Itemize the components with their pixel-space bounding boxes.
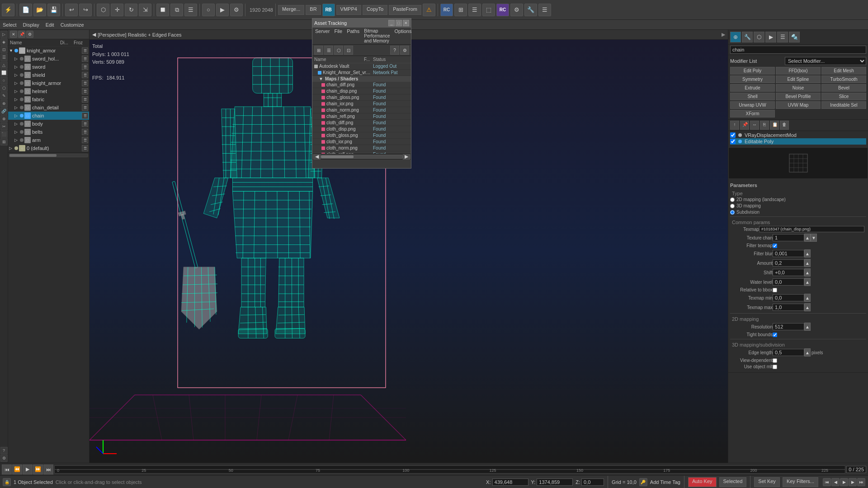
lt-tool14[interactable]: ⬛ bbox=[0, 131, 8, 138]
menu-bitmap[interactable]: Bitmap Performance and Memory bbox=[364, 28, 390, 43]
item-action[interactable]: ☰ bbox=[82, 80, 88, 86]
scene-pin-btn[interactable]: 📌 bbox=[18, 31, 25, 38]
use-object-check[interactable] bbox=[773, 365, 777, 369]
asset-settings-btn[interactable]: ⚙ bbox=[400, 46, 409, 55]
tool2-btn[interactable]: ☰ bbox=[468, 4, 481, 16]
scroll-left-btn[interactable]: ◀ bbox=[313, 154, 321, 160]
tight-bounds-check[interactable] bbox=[773, 333, 777, 337]
ineditable-sel-btn[interactable]: Ineditable Sel bbox=[821, 101, 866, 109]
asset-group-maps[interactable]: ▼ Maps / Shaders bbox=[312, 76, 411, 82]
extrude-btn[interactable]: Extrude bbox=[730, 84, 775, 92]
texmap-min-input[interactable] bbox=[773, 294, 804, 301]
item-action[interactable]: ☰ bbox=[82, 47, 88, 54]
move-btn[interactable]: ✛ bbox=[111, 4, 123, 16]
win-restore-btn[interactable]: □ bbox=[396, 20, 402, 26]
menu-paths[interactable]: Paths bbox=[347, 28, 359, 43]
win-minimize-btn[interactable]: _ bbox=[388, 20, 395, 26]
lt-tool2[interactable]: ◈ bbox=[0, 38, 8, 46]
tree-item-belts[interactable]: ▷ □ belts ☰ bbox=[8, 128, 89, 136]
tab-create[interactable]: ⊕ bbox=[730, 32, 741, 42]
undo-btn[interactable]: ↩ bbox=[65, 4, 78, 16]
item-action[interactable]: ☰ bbox=[82, 96, 88, 103]
lt-tool3[interactable]: ⊡ bbox=[0, 46, 8, 53]
item-action[interactable]: ☰ bbox=[82, 129, 88, 135]
tree-item-knight-armor[interactable]: ▼ □ knight_armor ☰ bbox=[8, 47, 89, 55]
uvw-map-btn[interactable]: UVW Map bbox=[776, 101, 821, 109]
edge-length-spinner[interactable]: ▲ bbox=[804, 348, 811, 357]
status-lock-icon[interactable]: 🔒 bbox=[3, 478, 11, 486]
asset-row-cloth-disp[interactable]: cloth_disp.png Found bbox=[312, 126, 411, 132]
pb-next-btn[interactable]: ▶ bbox=[849, 478, 857, 486]
tree-item-fabric[interactable]: ▷ □ fabric ☰ bbox=[8, 95, 89, 103]
scroll-right-btn[interactable]: ▶ bbox=[403, 154, 410, 160]
tool4-btn[interactable]: RC bbox=[496, 4, 509, 16]
asset-row-chain-refl[interactable]: chain_refl.png Found bbox=[312, 113, 411, 120]
merge-btn[interactable]: Merge... bbox=[278, 5, 304, 15]
modifier-dropdown[interactable]: Select Modifier... bbox=[785, 57, 866, 65]
asset-row-chain-ior[interactable]: chain_ior.png Found bbox=[312, 101, 411, 107]
pb-play-btn[interactable]: ▶ bbox=[840, 478, 848, 486]
tree-item-chain-detail[interactable]: ▷ □ chain_detail ☰ bbox=[8, 103, 89, 112]
bevel-btn[interactable]: Bevel bbox=[821, 84, 866, 92]
asset-row-chain-norm[interactable]: chain_norm.png Found bbox=[312, 107, 411, 113]
stack-delete-btn[interactable]: 🗑 bbox=[780, 121, 789, 130]
item-action[interactable]: ☰ bbox=[82, 64, 88, 70]
amount-input[interactable] bbox=[773, 259, 804, 267]
scale-btn[interactable]: ⇲ bbox=[139, 4, 151, 16]
tool5-btn[interactable]: ⚙ bbox=[510, 4, 523, 16]
render-setup-btn[interactable]: ⚙ bbox=[230, 4, 243, 16]
auto-key-btn[interactable]: Auto Key bbox=[688, 477, 717, 487]
shift-spinner[interactable]: ▲ bbox=[804, 268, 811, 277]
edge-length-input[interactable] bbox=[773, 349, 804, 356]
asset-btn-1[interactable]: ⊞ bbox=[314, 46, 323, 55]
asset-btn-4[interactable]: ⊡ bbox=[344, 46, 353, 55]
filter-texmap-check[interactable] bbox=[773, 244, 777, 248]
prev-frame-btn[interactable]: ⏪ bbox=[12, 465, 22, 474]
item-action[interactable]: ☰ bbox=[82, 145, 88, 151]
stack-move-btn[interactable]: ↔ bbox=[750, 121, 759, 130]
asset-row-cloth-gloss[interactable]: cloth_gloss.png Found bbox=[312, 132, 411, 139]
item-action[interactable]: ☰ bbox=[82, 88, 88, 94]
water-level-input[interactable] bbox=[773, 278, 804, 286]
item-action[interactable]: ☰ bbox=[82, 137, 88, 143]
amount-spinner[interactable]: ▲ bbox=[804, 259, 811, 267]
tool3-btn[interactable]: ⬚ bbox=[482, 4, 495, 16]
render-btn[interactable]: ▶ bbox=[216, 4, 229, 16]
asset-row-chain-disp[interactable]: chain_disp.png Found bbox=[312, 88, 411, 94]
tab-utilities[interactable]: 🔩 bbox=[789, 32, 800, 42]
menu-customize[interactable]: Customize bbox=[61, 22, 84, 28]
lt-tool12[interactable]: ⊗ bbox=[0, 115, 8, 122]
go-end-btn[interactable]: ⏭ bbox=[43, 465, 53, 474]
item-action[interactable]: ☰ bbox=[82, 72, 88, 78]
lt-help[interactable]: ? bbox=[0, 447, 8, 454]
tree-item-sword[interactable]: ▷ □ sword ☰ bbox=[8, 63, 89, 71]
asset-row-cloth-refl[interactable]: cloth_refl.png Found bbox=[312, 151, 411, 154]
mod-visible-checkbox[interactable] bbox=[730, 132, 736, 138]
lt-tool5[interactable]: △ bbox=[0, 61, 8, 69]
asset-row-knight[interactable]: Knight_Armor_Set_vray... Network Pat bbox=[312, 70, 411, 76]
bevel-profile-btn[interactable]: Bevel Profile bbox=[776, 93, 821, 100]
texture-chan-spinner-down[interactable]: ▼ bbox=[811, 234, 817, 242]
item-action[interactable]: ☰ bbox=[82, 104, 88, 111]
item-action[interactable]: ☰ bbox=[82, 113, 88, 119]
filter-blur-spinner[interactable]: ▲ bbox=[804, 249, 811, 258]
tree-item-knight-armor2[interactable]: ▷ □ knight_armor ☰ bbox=[8, 79, 89, 87]
asset-hscrollbar[interactable]: ◀ ▶ bbox=[312, 154, 411, 159]
tree-item-chain[interactable]: ▷ □ chain ☰ bbox=[8, 112, 89, 120]
asset-row-cloth-ior[interactable]: cloth_ior.png Found bbox=[312, 139, 411, 145]
tab-motion[interactable]: ▶ bbox=[765, 32, 776, 42]
texture-chan-spinner-up[interactable]: ▲ bbox=[804, 234, 811, 242]
menu-server[interactable]: Server bbox=[315, 28, 330, 43]
resolution-input[interactable] bbox=[773, 323, 804, 330]
open-btn[interactable]: 📂 bbox=[33, 4, 46, 16]
select-btn[interactable]: ⬡ bbox=[97, 4, 109, 16]
redo-btn[interactable]: ↪ bbox=[79, 4, 92, 16]
align-btn[interactable]: ☰ bbox=[184, 4, 197, 16]
asset-row-cloth-diff[interactable]: cloth_diff.png Found bbox=[312, 120, 411, 126]
asset-row-chain-gloss[interactable]: chain_gloss.png Found bbox=[312, 94, 411, 101]
scene-hscrollbar[interactable] bbox=[8, 152, 89, 158]
menu-display[interactable]: Display bbox=[23, 22, 39, 28]
viewport-nav-back[interactable]: ◀ bbox=[92, 32, 96, 38]
save-btn[interactable]: 💾 bbox=[47, 4, 60, 16]
app-icon[interactable]: ⚡ bbox=[2, 4, 14, 16]
